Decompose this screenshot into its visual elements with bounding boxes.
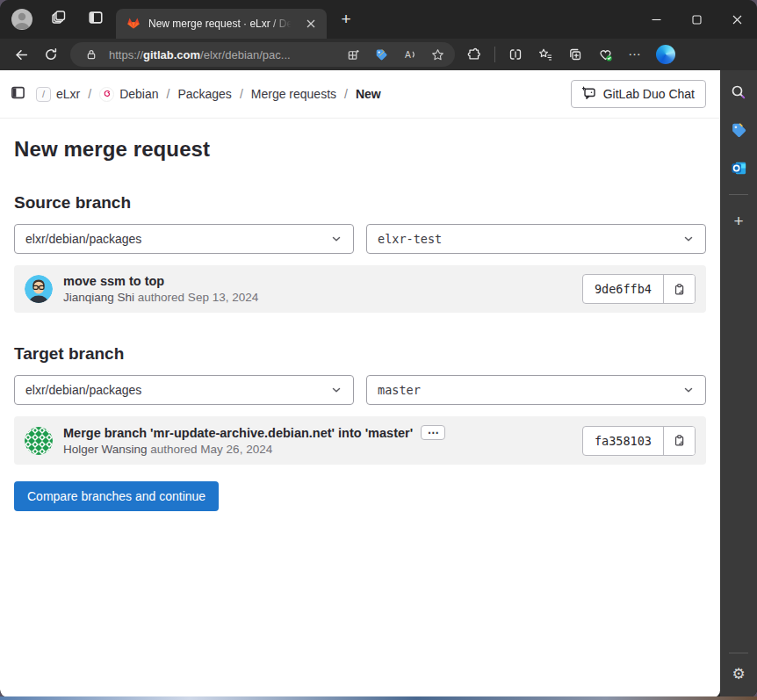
favorite-star-icon[interactable] (427, 44, 448, 65)
source-commit-card: move ssm to top Jianqiang Shi authored S… (14, 265, 706, 313)
split-screen-icon (508, 47, 523, 61)
tab-actions-button[interactable] (83, 6, 109, 32)
search-icon (730, 83, 747, 101)
tab-strip: New merge request · eLxr / Debia + (0, 0, 757, 39)
breadcrumb-label: Packages (177, 87, 231, 101)
workspaces-icon (50, 9, 68, 30)
back-icon (14, 47, 29, 62)
source-project-value: elxr/debian/packages (25, 232, 141, 246)
sidebar-search-button[interactable] (727, 81, 750, 104)
source-commit-author[interactable]: Jianqiang Shi (63, 291, 134, 304)
breadcrumb-separator: / (167, 87, 170, 101)
browser-window: New merge request · eLxr / Debia + (0, 0, 757, 697)
source-project-select[interactable]: elxr/debian/packages (14, 224, 354, 254)
url-scheme: https:// (109, 48, 143, 61)
copilot-button[interactable] (651, 41, 679, 68)
gitlab-topbar: / eLxr / Debian / Packages / (0, 70, 720, 119)
sidebar-bottom: ⚙ (727, 653, 750, 685)
elxr-avatar: / (36, 87, 51, 102)
split-screen-button[interactable] (501, 41, 530, 68)
maximize-button[interactable] (676, 0, 717, 39)
source-copy-button[interactable] (663, 275, 695, 303)
sidebar-customize-button[interactable]: + (727, 210, 750, 233)
close-window-button[interactable] (717, 0, 757, 39)
extensions-button[interactable] (460, 41, 488, 68)
read-aloud-icon[interactable]: A (399, 44, 420, 65)
target-commit-meta: Merge branch 'mr-update-archive.debian.n… (63, 425, 572, 456)
copilot-icon (656, 45, 675, 64)
workspaces-button[interactable] (46, 6, 72, 32)
source-commit-avatar (25, 275, 53, 303)
browser-essentials-icon (598, 47, 613, 62)
clipboard-copy-icon (673, 434, 686, 447)
favorites-hub-button[interactable] (531, 41, 559, 68)
sidebar-divider (729, 194, 748, 195)
collections-icon (568, 47, 582, 61)
target-project-select[interactable]: elxr/debian/packages (14, 375, 354, 405)
duo-chat-button[interactable]: GitLab Duo Chat (571, 80, 706, 108)
clipboard-copy-icon (673, 283, 686, 296)
breadcrumb-separator: / (240, 87, 243, 101)
sidebar-toggle-button[interactable] (11, 85, 25, 104)
lock-icon[interactable] (81, 44, 102, 65)
back-button[interactable] (7, 41, 35, 68)
sidebar-divider (729, 653, 748, 653)
chevron-down-icon (682, 233, 695, 245)
target-project-value: elxr/debian/packages (25, 383, 141, 397)
breadcrumb-current: New (356, 87, 381, 101)
shopping-tag-icon (731, 122, 747, 139)
address-bar[interactable]: https://gitlab.com/elxr/debian/pac... A (70, 42, 455, 67)
svg-text:A: A (404, 50, 410, 60)
tab-title: New merge request · eLxr / Debia (148, 18, 294, 30)
breadcrumb-item-debian[interactable]: Debian (99, 87, 158, 102)
extensions-icon (467, 47, 481, 61)
browser-toolbar: https://gitlab.com/elxr/debian/pac... A (0, 39, 757, 70)
minimize-button[interactable] (636, 0, 676, 39)
target-copy-button[interactable] (663, 427, 695, 455)
target-commit-byline: Holger Wansing authored May 26, 2024 (63, 443, 572, 456)
target-branch-select[interactable]: master (366, 375, 706, 405)
sidebar-shopping-button[interactable] (727, 119, 750, 141)
source-commit-authored: authored Sep 13, 2024 (138, 291, 258, 304)
target-commit-title[interactable]: Merge branch 'mr-update-archive.debian.n… (63, 426, 413, 440)
target-commit-hash-group: fa358103 (582, 426, 696, 456)
target-commit-hash: fa358103 (583, 427, 663, 455)
settings-more-button[interactable]: … (621, 41, 649, 68)
tab-close-button[interactable] (302, 15, 320, 32)
breadcrumb-label: Merge requests (251, 87, 336, 101)
compare-branches-button[interactable]: Compare branches and continue (14, 481, 219, 511)
browser-essentials-button[interactable] (591, 41, 619, 68)
window-controls (636, 0, 757, 39)
target-branch-heading: Target branch (14, 344, 706, 364)
source-commit-title[interactable]: move ssm to top (63, 274, 164, 288)
outlook-icon (731, 160, 747, 177)
more-icon: … (628, 47, 642, 62)
shopping-icon[interactable] (371, 44, 392, 65)
target-commit-author[interactable]: Holger Wansing (63, 443, 148, 456)
breadcrumb-label: eLxr (56, 87, 80, 101)
profile-button[interactable] (9, 6, 35, 32)
source-branch-select[interactable]: elxr-test (366, 224, 706, 254)
breadcrumb-item-merge-requests[interactable]: Merge requests (251, 87, 336, 101)
source-branch-heading: Source branch (14, 193, 706, 213)
edge-sidebar: + ⚙ (720, 70, 757, 697)
workspaces-grid-icon[interactable] (342, 44, 364, 65)
gitlab-favicon-icon (126, 16, 141, 32)
breadcrumb-item-elxr[interactable]: / eLxr (36, 87, 80, 102)
sidebar-outlook-button[interactable] (727, 156, 750, 179)
source-commit-meta: move ssm to top Jianqiang Shi authored S… (63, 274, 572, 304)
browser-tab[interactable]: New merge request · eLxr / Debia (116, 9, 327, 39)
commit-description-toggle[interactable]: ⋯ (421, 425, 445, 440)
gitlab-page: / eLxr / Debian / Packages / (0, 70, 720, 697)
url-text: https://gitlab.com/elxr/debian/pac... (109, 48, 335, 61)
new-tab-button[interactable]: + (334, 7, 358, 32)
breadcrumb-item-packages[interactable]: Packages (177, 87, 231, 101)
url-path: /elxr/debian/pac... (200, 48, 291, 61)
page-title: New merge request (14, 137, 706, 162)
target-branch-value: master (378, 383, 421, 397)
sidebar-settings-button[interactable]: ⚙ (727, 662, 750, 685)
refresh-button[interactable] (37, 41, 65, 68)
collections-button[interactable] (561, 41, 589, 68)
chevron-down-icon (330, 233, 342, 245)
gear-icon: ⚙ (732, 665, 745, 683)
